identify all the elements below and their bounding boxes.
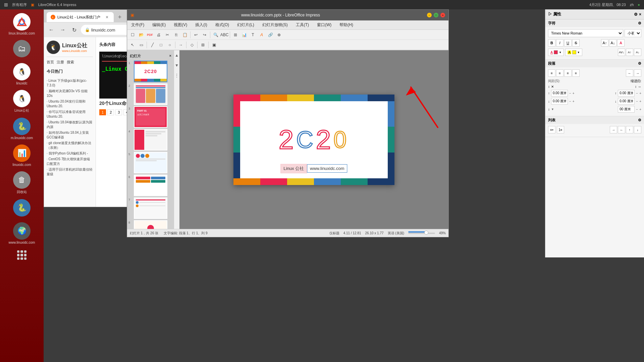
slide-thumb-4[interactable] <box>134 129 167 150</box>
tb-paste[interactable]: 📋 <box>181 31 189 39</box>
taskbar-item-files[interactable]: 🗂 <box>0 38 44 60</box>
tb-find[interactable]: 🔍 <box>212 31 220 39</box>
ordered-list-button[interactable]: 1≡ <box>557 126 564 133</box>
taskbar-item-linuxidc[interactable]: 🐧 linuxidc <box>0 61 44 87</box>
indent-right-input[interactable] <box>618 98 635 105</box>
spacing-above-plus[interactable]: + <box>573 92 575 95</box>
spacing-below-input[interactable] <box>551 98 568 105</box>
tb-ellipse[interactable]: ○ <box>166 41 174 49</box>
minimize-button[interactable]: − <box>427 13 432 17</box>
highlight-arrow[interactable]: ▼ <box>577 51 580 54</box>
hot-link-10[interactable]: · 适用于旧计算机的10款最佳轻量级 <box>47 167 93 177</box>
tb-rect[interactable]: □ <box>157 41 165 49</box>
prop-settings-icon[interactable]: ⚙ <box>634 12 638 17</box>
list-section-header[interactable]: 列表 ⚙ <box>545 116 644 124</box>
slide-2020-text[interactable]: 2 C 2 0 <box>279 124 350 155</box>
hot-link-7[interactable]: · git clone速度太慢的解决办法（亲测） <box>47 141 93 150</box>
indent-decrease-button[interactable]: ← <box>626 69 633 77</box>
hot-link-8[interactable]: · 我学Python GUI编程系列 - <box>47 151 93 156</box>
tb-new[interactable]: ☐ <box>128 31 137 39</box>
font-color-arrow[interactable]: ▼ <box>559 51 561 54</box>
list-indent-right-button[interactable]: → <box>610 126 617 133</box>
menu-slide[interactable]: 幻灯片(L) <box>236 21 256 28</box>
slide-panel-close[interactable]: × <box>169 54 171 59</box>
menu-insert[interactable]: 插入(I) <box>194 21 208 28</box>
slide-canvas[interactable]: 2 C 2 0 Linux 公社 www.linuxidc.com <box>233 95 394 185</box>
line-height-btn[interactable]: ▼ <box>551 108 554 111</box>
slide-thumb-3[interactable]: PART 01 点亮工作效率 <box>134 106 167 128</box>
indent-first-minus[interactable]: − <box>636 108 638 111</box>
taskbar-item-impress[interactable]: 📊 linuxidc.com <box>0 142 44 169</box>
highlight-color-button[interactable]: A ▼ <box>565 49 582 56</box>
taskbar-item-python2[interactable]: 🐍 <box>0 197 44 220</box>
tb-open[interactable]: 📂 <box>137 31 145 39</box>
align-center-button[interactable]: ≡ <box>556 69 564 77</box>
back-button[interactable]: ← <box>47 25 56 35</box>
unordered-list-button[interactable]: ≡• <box>548 126 555 133</box>
slide-thumb-1[interactable]: 2C20 <box>134 61 167 82</box>
list-move-down-button[interactable]: ↓ <box>634 126 641 133</box>
indent-first-plus[interactable]: + <box>639 108 641 111</box>
slide-thumb-7[interactable] <box>134 197 167 219</box>
tb-undo[interactable]: ↩ <box>192 31 200 39</box>
slide-thumb-6[interactable] <box>134 175 167 196</box>
slide-item-6[interactable]: 6 <box>128 175 173 196</box>
tb-select[interactable]: ↖ <box>128 41 137 49</box>
tb-save-pdf[interactable]: PDF <box>146 31 154 39</box>
tb-line[interactable]: ╱ <box>148 41 156 49</box>
tb-navigator[interactable]: ⊕ <box>275 31 283 39</box>
align-right-button[interactable]: ≡ <box>564 69 572 77</box>
spacing-below-plus[interactable]: + <box>573 100 575 103</box>
font-color-button[interactable]: A ▼ <box>548 49 564 56</box>
font-size-selector[interactable]: 小初 <box>625 29 641 37</box>
menu-tools[interactable]: 工具(T) <box>294 21 310 28</box>
browser-tab-active[interactable]: L Linux公社 - Linux系统门户 × <box>47 12 114 22</box>
linux-logo[interactable]: 🐧 Linux公社 www.Linuxidc.com <box>47 41 93 57</box>
hot-link-9[interactable]: · CentOS 7防火墙快速开放端口配置方 <box>47 157 93 166</box>
page-2[interactable]: 2 <box>107 109 114 115</box>
spacing-above-minus[interactable]: − <box>569 92 571 95</box>
font-name-selector[interactable]: Times New Roman <box>548 29 623 37</box>
menu-file[interactable]: 文件(F) <box>130 21 146 28</box>
slide-thumb-8[interactable] <box>134 220 167 229</box>
char-section-header[interactable]: 字符 ⚙ <box>545 19 644 27</box>
tb-shapes[interactable]: ◇ <box>188 41 196 49</box>
char-spacing-expand[interactable]: A↑ <box>626 49 633 56</box>
taskbar-item-www[interactable]: 🌍 www.linuxidc.com <box>0 220 44 246</box>
indent-left-input[interactable] <box>618 90 635 97</box>
list-indent-left-button[interactable]: ← <box>618 126 625 133</box>
hot-link-2[interactable]: · 巅峰对决尼康D3x VS 佳能1Ds <box>47 89 93 98</box>
nav-register[interactable]: 注册 <box>57 60 64 65</box>
tb-arrow[interactable]: → <box>177 41 185 49</box>
slide-thumb-2[interactable] <box>134 83 167 105</box>
tb-copy[interactable]: ⎘ <box>172 31 180 39</box>
menu-help[interactable]: 帮助(H) <box>338 21 355 28</box>
tb-print[interactable]: 🖨 <box>155 31 163 39</box>
indent-first-input[interactable] <box>618 106 635 113</box>
char-spacing-button[interactable]: AV↓ <box>618 49 625 56</box>
menu-format[interactable]: 格式(O) <box>214 21 230 28</box>
strikethrough-button[interactable]: S <box>572 39 580 47</box>
tb-hyperlink[interactable]: 🔗 <box>266 31 274 39</box>
tb-redo[interactable]: ↪ <box>201 31 209 39</box>
taskbar-item-python[interactable]: 🐍 m.linuxidc.com <box>0 116 44 142</box>
taskbar-item-linux-gonghu[interactable]: 🐧 Linux公社 <box>0 88 44 115</box>
indent-increase-button[interactable]: → <box>634 69 641 77</box>
decrease-font-button[interactable]: A↓ <box>609 39 616 47</box>
tb-cut[interactable]: ✂ <box>163 31 171 39</box>
menu-slideshow[interactable]: 幻灯片放映(S) <box>261 21 289 28</box>
new-tab-button[interactable]: + <box>115 12 124 22</box>
slide-item-7[interactable]: 7 <box>128 197 173 219</box>
page-1[interactable]: 1 <box>99 109 106 115</box>
hot-link-3[interactable]: · Ubuntu 20.04发行日期和Ubuntu 20. <box>47 99 93 109</box>
page-3[interactable]: 3 <box>115 109 122 115</box>
hot-link-5[interactable]: · Ubuntu 18.04修改默认源为国内源 <box>47 120 93 129</box>
tab-close-button[interactable]: × <box>104 14 110 20</box>
spacing-below-minus[interactable]: − <box>569 100 571 103</box>
forward-button[interactable]: → <box>58 25 67 35</box>
nav-home[interactable]: 首页 <box>47 60 54 65</box>
zoom-slider[interactable] <box>408 233 435 234</box>
font-color-A[interactable]: A <box>617 39 625 47</box>
char-spacing-shrink[interactable]: A↓ <box>634 49 641 56</box>
tb-chart[interactable]: 📊 <box>240 31 248 39</box>
